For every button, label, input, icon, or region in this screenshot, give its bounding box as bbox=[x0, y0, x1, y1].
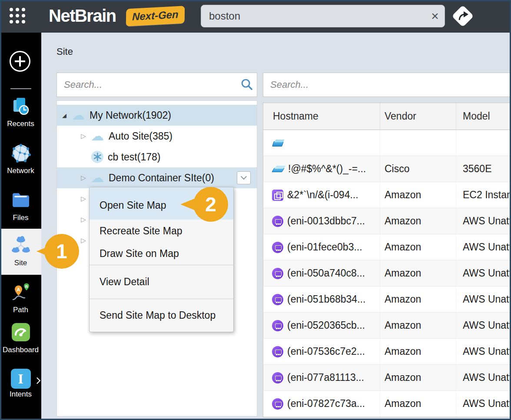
netbrain-app-window: NetBrain Next-Gen × Recents bbox=[0, 0, 511, 420]
app-grid-icon[interactable] bbox=[10, 8, 13, 11]
router-icon bbox=[272, 137, 284, 149]
context-menu-item[interactable]: Send Site Map to Desktop bbox=[90, 299, 233, 332]
model-cell: AWS Unatt bbox=[456, 287, 511, 312]
ec2-icon bbox=[272, 190, 283, 201]
device-search-input[interactable] bbox=[263, 79, 511, 90]
snowflake-cloud-icon: ∗ bbox=[91, 151, 103, 163]
vendor-cell: Amazon bbox=[380, 182, 456, 208]
page-title: Site bbox=[56, 46, 73, 57]
table-row[interactable]: &2*`\n/&(i-094... Amazon EC2 Instan bbox=[263, 182, 511, 208]
svg-text:B: B bbox=[25, 284, 28, 289]
column-header-model[interactable]: Model bbox=[456, 103, 511, 130]
expand-icon[interactable]: ▷ bbox=[79, 132, 88, 140]
eni-icon bbox=[272, 216, 283, 227]
menu-item-label: Recreate Site Map bbox=[100, 225, 182, 237]
eni-icon bbox=[272, 268, 283, 279]
path-pins-icon: A B bbox=[10, 282, 31, 303]
tree-item-cb-test[interactable]: ∗ cb test(178) bbox=[57, 147, 257, 167]
add-button[interactable] bbox=[10, 51, 30, 72]
sidebar-label: Network bbox=[0, 167, 41, 175]
column-header-vendor[interactable]: Vendor bbox=[380, 103, 456, 130]
device-table: Hostname Vendor Model !@#$%^&*()_-=... bbox=[263, 103, 511, 417]
tree-search-input[interactable] bbox=[57, 79, 238, 90]
sidebar-item-site[interactable]: Site bbox=[0, 229, 41, 275]
sidebar-label: Site bbox=[0, 259, 41, 267]
intents-icon: I bbox=[11, 369, 31, 389]
sidebar-item-network[interactable]: Network bbox=[0, 143, 41, 175]
expand-icon[interactable]: ▷ bbox=[79, 195, 88, 203]
model-cell: AWS Unatt bbox=[456, 260, 511, 286]
hostname-cell: (eni-051b68b34... bbox=[287, 293, 365, 305]
vendor-cell: Amazon bbox=[380, 260, 456, 286]
vendor-cell: Amazon bbox=[380, 287, 456, 312]
hostname-cell: &2*`\n/&(i-094... bbox=[287, 189, 358, 201]
model-cell bbox=[456, 130, 511, 156]
vendor-cell: Amazon bbox=[380, 365, 456, 390]
column-header-hostname[interactable]: Hostname bbox=[263, 110, 380, 122]
context-menu-item[interactable]: Draw Site on Map bbox=[90, 242, 233, 265]
tree-item-demo-container-site[interactable]: ▷ ☁ Demo Container SIte(0) bbox=[57, 167, 257, 188]
sidebar-item-path[interactable]: A B Path bbox=[0, 282, 41, 314]
hostname-cell: (eni-07827c73a... bbox=[287, 398, 365, 410]
global-search-input[interactable] bbox=[201, 10, 425, 22]
expand-icon[interactable]: ▷ bbox=[79, 216, 88, 223]
tree-search-box[interactable] bbox=[56, 73, 257, 97]
table-row[interactable] bbox=[263, 130, 511, 156]
model-cell: AWS Unatt bbox=[456, 339, 511, 364]
table-row[interactable]: (eni-051b68b34... Amazon AWS Unatt bbox=[263, 287, 511, 313]
eni-icon bbox=[272, 398, 283, 410]
chevron-down-icon bbox=[241, 173, 247, 180]
tree-item-label: cb test(178) bbox=[108, 151, 160, 163]
eni-icon bbox=[272, 372, 283, 383]
site-clouds-icon bbox=[10, 235, 31, 256]
table-row[interactable]: !@#$%^&*()_-=... Cisco 3560E bbox=[263, 156, 511, 182]
sidebar-item-recents[interactable]: Recents bbox=[0, 96, 41, 128]
table-row[interactable]: (eni-01fece0b3... Amazon AWS Unatt bbox=[263, 234, 511, 260]
table-row[interactable]: (eni-07827c73a... Amazon AWS Unatt bbox=[263, 391, 511, 417]
context-menu-item[interactable]: Recreate Site Map bbox=[90, 220, 233, 242]
hostname-cell: !@#$%^&*()_-=... bbox=[288, 163, 366, 175]
table-header: Hostname Vendor Model bbox=[263, 103, 511, 130]
sidebar-item-intents[interactable]: I Intents bbox=[0, 369, 41, 399]
table-row[interactable]: (eni-0520365cb... Amazon AWS Unatt bbox=[263, 313, 511, 339]
hostname-cell: (eni-01fece0b3... bbox=[287, 241, 362, 253]
device-search-box[interactable] bbox=[263, 73, 511, 97]
sidebar: Recents Network Files bbox=[0, 33, 41, 420]
redirect-button[interactable] bbox=[452, 5, 474, 27]
tree-item-label: My Network(1902) bbox=[90, 110, 171, 121]
global-search-box[interactable]: × bbox=[201, 5, 445, 27]
dropdown-button[interactable] bbox=[237, 171, 251, 184]
tree-item-label: Demo Container SIte(0) bbox=[109, 172, 214, 184]
network-icon bbox=[10, 143, 31, 163]
sidebar-item-dashboard[interactable]: Dashboard bbox=[0, 322, 41, 354]
sidebar-item-files[interactable]: Files bbox=[0, 190, 41, 222]
curved-arrow-icon bbox=[452, 5, 474, 27]
table-row[interactable]: (eni-077a81113... Amazon AWS Unatt bbox=[263, 365, 511, 391]
top-bar: NetBrain Next-Gen × bbox=[0, 0, 511, 33]
model-cell: EC2 Instan bbox=[456, 182, 511, 208]
model-cell: 3560E bbox=[456, 156, 511, 182]
clear-search-icon[interactable]: × bbox=[425, 6, 445, 27]
cloud-icon: ☁ bbox=[71, 109, 85, 122]
collapse-icon[interactable]: ◢ bbox=[60, 112, 69, 119]
tree-item-my-network[interactable]: ◢ ☁ My Network(1902) bbox=[57, 105, 257, 126]
table-row[interactable]: (eni-050a740c8... Amazon AWS Unatt bbox=[263, 260, 511, 287]
table-row[interactable]: (eni-07536c7e2... Amazon AWS Unatt bbox=[263, 339, 511, 365]
menu-item-label: Draw Site on Map bbox=[100, 248, 179, 260]
next-gen-badge: Next-Gen bbox=[126, 6, 185, 26]
model-cell: AWS Unatt bbox=[456, 313, 511, 338]
expand-sidebar-icon[interactable] bbox=[34, 377, 41, 384]
search-icon[interactable] bbox=[238, 77, 257, 92]
expand-icon[interactable]: ▷ bbox=[79, 174, 88, 182]
model-cell: AWS Unatt bbox=[456, 208, 511, 234]
eni-icon bbox=[272, 320, 283, 331]
hostname-cell: (eni-050a740c8... bbox=[287, 267, 365, 279]
netbrain-logo: NetBrain bbox=[49, 6, 116, 26]
step-number: 2 bbox=[193, 187, 228, 222]
eni-icon bbox=[272, 346, 283, 357]
dashboard-gauge-icon bbox=[10, 322, 31, 343]
table-row[interactable]: (eni-0013dbbc7... Amazon AWS Unatt bbox=[263, 208, 511, 234]
context-menu-item[interactable]: View Detail bbox=[90, 265, 233, 299]
vendor-cell: Amazon bbox=[380, 391, 456, 417]
tree-item-auto-site[interactable]: ▷ ☁ Auto Site(385) bbox=[57, 126, 257, 147]
